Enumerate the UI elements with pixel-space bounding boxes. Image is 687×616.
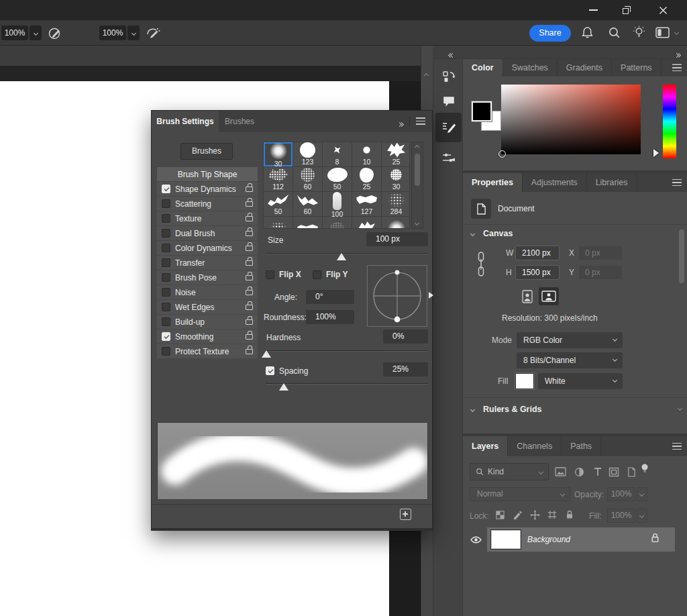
lock-icon[interactable] bbox=[246, 349, 253, 354]
angle-dial-arrow[interactable] bbox=[429, 292, 433, 299]
brush-item[interactable]: 25 bbox=[382, 142, 410, 166]
height-input[interactable]: 1500 px bbox=[515, 265, 560, 280]
brush-item-partial[interactable] bbox=[293, 217, 322, 229]
brush-item[interactable]: 123 bbox=[293, 142, 322, 166]
color-marker[interactable] bbox=[498, 150, 506, 158]
new-brush-button[interactable] bbox=[400, 509, 411, 520]
checkbox[interactable] bbox=[162, 273, 170, 282]
tab-color[interactable]: Color bbox=[463, 59, 503, 76]
expand-panels-button[interactable] bbox=[675, 50, 680, 59]
brush-option-protect-texture[interactable]: Protect Texture bbox=[157, 344, 258, 358]
tab-libraries[interactable]: Libraries bbox=[587, 173, 637, 192]
airbrush-button[interactable] bbox=[145, 25, 161, 41]
hardness-value[interactable]: 0% bbox=[383, 329, 428, 344]
lock-icon[interactable] bbox=[246, 305, 253, 310]
discover-button[interactable] bbox=[632, 25, 646, 40]
brush-option-scattering[interactable]: Scattering bbox=[157, 197, 258, 211]
brush-item-partial[interactable] bbox=[264, 217, 293, 229]
lock-icon[interactable] bbox=[246, 231, 253, 236]
filter-toggle-button[interactable] bbox=[639, 463, 651, 474]
scroll-up-icon[interactable] bbox=[415, 145, 419, 150]
brush-item[interactable]: 127 bbox=[352, 192, 381, 216]
checkbox[interactable] bbox=[162, 303, 170, 311]
maximize-button[interactable] bbox=[613, 0, 640, 20]
flip-y-control[interactable]: Flip Y bbox=[313, 270, 348, 279]
tool-presets-button[interactable] bbox=[435, 146, 462, 169]
checkbox[interactable] bbox=[162, 229, 170, 238]
lock-transparent-button[interactable] bbox=[494, 509, 506, 520]
checkbox[interactable] bbox=[162, 258, 170, 267]
spacing-slider-thumb[interactable] bbox=[279, 383, 288, 391]
lock-move-button[interactable] bbox=[529, 509, 541, 520]
brush-item-partial[interactable] bbox=[352, 217, 381, 229]
scroll-down-icon[interactable] bbox=[415, 221, 419, 225]
link-dimensions-icon[interactable] bbox=[476, 250, 486, 279]
lock-icon[interactable] bbox=[246, 334, 253, 340]
search-button[interactable] bbox=[608, 26, 621, 40]
foreground-color-swatch[interactable] bbox=[472, 101, 492, 121]
checkbox[interactable] bbox=[162, 199, 170, 208]
opacity-pressure-button[interactable] bbox=[47, 25, 63, 41]
brush-item[interactable]: 60 bbox=[293, 192, 322, 216]
panel-menu-icon[interactable] bbox=[672, 179, 682, 187]
checkbox[interactable] bbox=[162, 332, 170, 341]
blend-mode-select[interactable]: Normal bbox=[470, 487, 570, 501]
flip-x-control[interactable]: Flip X bbox=[266, 270, 301, 279]
x-input[interactable]: 0 px bbox=[578, 246, 623, 260]
brush-item[interactable]: 100 bbox=[323, 192, 352, 216]
spacing-control[interactable]: Spacing bbox=[261, 364, 313, 378]
tab-gradients[interactable]: Gradients bbox=[558, 59, 612, 76]
lock-artboard-button[interactable] bbox=[546, 509, 558, 520]
canvas-section-chevron[interactable] bbox=[470, 232, 475, 236]
brush-item-partial[interactable] bbox=[382, 217, 410, 229]
brush-option-smoothing[interactable]: Smoothing bbox=[157, 329, 258, 344]
angle-dial[interactable] bbox=[367, 265, 427, 327]
panel-menu-icon[interactable] bbox=[672, 443, 682, 450]
size-slider-thumb[interactable] bbox=[337, 253, 346, 260]
brush-item-partial[interactable] bbox=[323, 217, 352, 229]
flow-dropdown[interactable] bbox=[127, 25, 140, 40]
hardness-slider-thumb[interactable] bbox=[262, 350, 271, 358]
roundness-value[interactable]: 100% bbox=[306, 310, 354, 324]
collapse-panels-button[interactable] bbox=[449, 50, 454, 59]
orientation-landscape-button[interactable] bbox=[539, 287, 559, 305]
scrollbar-thumb[interactable] bbox=[415, 154, 420, 186]
layer-visibility-toggle[interactable] bbox=[470, 534, 482, 545]
tool-opacity-value[interactable]: 100% bbox=[1, 25, 28, 40]
panel-menu-icon[interactable] bbox=[416, 117, 425, 125]
layer-thumbnail[interactable] bbox=[491, 530, 521, 549]
close-button[interactable] bbox=[649, 0, 676, 20]
size-value[interactable]: 100 px bbox=[366, 232, 428, 246]
workspace-dropdown-chevron[interactable] bbox=[674, 30, 679, 35]
brush-option-build-up[interactable]: Build-up bbox=[157, 315, 258, 329]
checkbox[interactable] bbox=[162, 347, 170, 356]
tab-channels[interactable]: Channels bbox=[508, 436, 562, 456]
lock-icon[interactable] bbox=[246, 187, 253, 192]
filter-smart-object-button[interactable] bbox=[625, 466, 637, 477]
brush-item[interactable]: 50 bbox=[264, 192, 293, 216]
opacity-value[interactable]: 100% bbox=[607, 487, 635, 501]
y-input[interactable]: 0 px bbox=[578, 265, 623, 280]
spacing-value[interactable]: 25% bbox=[383, 362, 428, 376]
lock-icon[interactable] bbox=[246, 216, 253, 221]
flip-x-checkbox[interactable] bbox=[266, 270, 274, 279]
filter-type-button[interactable] bbox=[592, 466, 604, 477]
notifications-button[interactable] bbox=[581, 26, 594, 40]
spacing-slider-track[interactable] bbox=[266, 383, 428, 384]
brush-option-brush-pose[interactable]: Brush Pose bbox=[157, 270, 258, 285]
filter-adjustment-button[interactable] bbox=[573, 466, 585, 477]
fill-color-swatch[interactable] bbox=[515, 373, 534, 389]
lock-all-button[interactable] bbox=[564, 509, 576, 520]
opacity-dropdown[interactable] bbox=[637, 487, 647, 501]
tool-opacity-dropdown[interactable] bbox=[30, 25, 42, 40]
checkbox[interactable] bbox=[162, 288, 170, 297]
fill-dropdown[interactable] bbox=[637, 509, 647, 523]
tab-swatches[interactable]: Swatches bbox=[503, 59, 558, 76]
hue-slider-marker[interactable] bbox=[653, 149, 659, 157]
lock-icon[interactable] bbox=[246, 201, 253, 207]
share-button[interactable]: Share bbox=[529, 25, 571, 42]
brush-item[interactable]: 30 bbox=[382, 167, 410, 191]
tab-paths[interactable]: Paths bbox=[562, 436, 601, 456]
brush-item[interactable]: 284 bbox=[382, 192, 410, 216]
lock-icon[interactable] bbox=[246, 319, 253, 325]
